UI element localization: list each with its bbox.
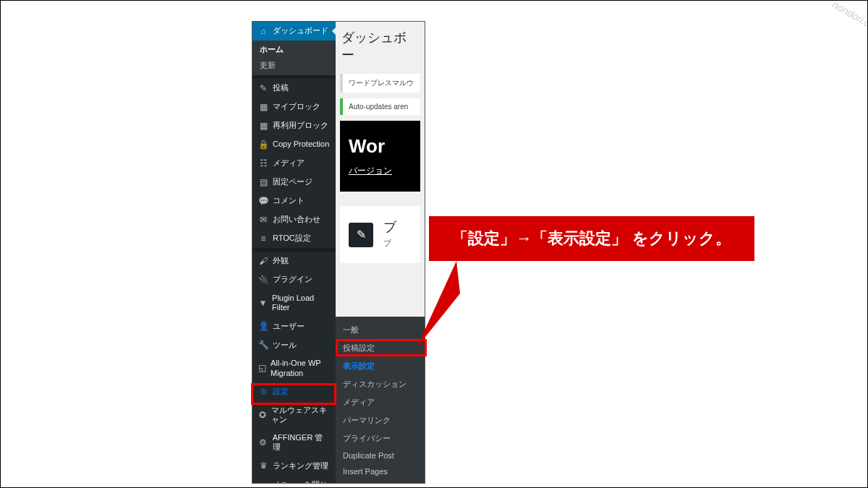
- sidebar-label: マイブロック: [273, 102, 320, 111]
- sidebar-item-copyprotection[interactable]: 🔒 Copy Protection: [252, 135, 336, 154]
- annotation-callout: 「設定」→「表示設定」 をクリック。: [429, 216, 754, 261]
- media-icon: ☷: [258, 158, 268, 168]
- sidebar-label: RTOC設定: [273, 234, 311, 243]
- sidebar-item-allinonewp[interactable]: ◱ All-in-One WP Migration: [252, 354, 336, 382]
- sidebar-sub-dashboard: ホーム 更新: [252, 40, 336, 75]
- sidebar-item-tools[interactable]: 🔧 ツール: [252, 335, 336, 354]
- sidebar-item-users[interactable]: 👤 ユーザー: [252, 317, 336, 335]
- sidebar-label: 再利用ブロック: [273, 121, 328, 130]
- sidebar-label: お問い合わせ: [273, 215, 320, 224]
- welcome-version-link[interactable]: バージョン: [349, 165, 412, 177]
- sidebar-label: マルウェアスキャン: [271, 406, 330, 424]
- submenu-reading[interactable]: 表示設定: [336, 357, 425, 375]
- submenu-discussion[interactable]: ディスカッション: [336, 375, 425, 393]
- brush-icon: 🖌: [258, 256, 268, 266]
- crown-icon: ♛: [258, 461, 268, 471]
- mail-icon: ✉: [258, 215, 268, 225]
- pin-icon: ✎: [258, 83, 268, 93]
- wordpress-admin: ⌂ ダッシュボード ホーム 更新 ✎ 投稿 ▦ マイブロック ▦ 再利用ブロック…: [252, 21, 425, 484]
- migrate-icon: ◱: [258, 364, 266, 374]
- sidebar-label: ダッシュボード: [273, 26, 328, 35]
- watermark: nondori.com: [830, 0, 868, 36]
- sidebar-label: コメント: [273, 196, 305, 205]
- sidebar-item-dashboard[interactable]: ⌂ ダッシュボード: [252, 22, 336, 40]
- sidebar-label: 外観: [273, 256, 289, 265]
- submenu-writing[interactable]: 投稿設定: [336, 339, 425, 357]
- submenu-duplicate[interactable]: Duplicate Post: [336, 448, 425, 463]
- sidebar-label: 固定ページ: [273, 177, 312, 187]
- notice-malware: ワードプレスマルウ: [340, 74, 420, 93]
- callout-text: 「設定」→「表示設定」 をクリック。: [452, 228, 731, 249]
- submenu-insertpages[interactable]: Insert Pages: [336, 463, 425, 479]
- sidebar-item-appearance[interactable]: 🖌 外観: [252, 252, 336, 270]
- sidebar-label: ランキング管理: [273, 461, 328, 471]
- sidebar-item-comments[interactable]: 💬 コメント: [252, 192, 336, 210]
- sidebar-item-contact[interactable]: ✉ お問い合わせ: [252, 210, 336, 229]
- gear-icon: ⚙: [258, 437, 268, 448]
- quick-panel: ✎ ブ ブ: [340, 206, 420, 263]
- sidebar-label: 設定: [273, 387, 289, 396]
- user-icon: 👤: [258, 321, 268, 331]
- welcome-title: Wor: [349, 135, 412, 158]
- sidebar-item-malware[interactable]: ✪ マルウェアスキャン: [252, 401, 336, 429]
- sidebar-label: Copy Protection: [273, 140, 329, 149]
- sidebar-label: AFFINGER 管理: [273, 433, 330, 452]
- submenu-sort[interactable]: 並び替え設定: [336, 479, 425, 484]
- sidebar-item-collapse[interactable]: ◀ メニューを閉じる: [252, 476, 336, 484]
- sidebar-item-rtoc[interactable]: ≡ RTOC設定: [252, 229, 336, 248]
- welcome-panel: Wor バージョン: [340, 121, 420, 192]
- sidebar-label: Plugin Load Filter: [272, 294, 330, 312]
- sidebar-item-ranking[interactable]: ♛ ランキング管理: [252, 457, 336, 476]
- sidebar-item-posts[interactable]: ✎ 投稿: [252, 79, 336, 98]
- sidebar-item-myblock[interactable]: ▦ マイブロック: [252, 98, 336, 116]
- sidebar-label: ツール: [273, 341, 297, 350]
- panel-subtitle: ブ: [383, 238, 396, 249]
- sidebar-label: 投稿: [273, 83, 289, 93]
- comment-icon: 💬: [258, 196, 268, 206]
- sidebar-item-settings[interactable]: ⚙ 設定: [252, 382, 336, 401]
- block-icon: ▦: [258, 102, 268, 112]
- shield-icon: ✪: [258, 410, 267, 420]
- submenu-media[interactable]: メディア: [336, 393, 425, 411]
- plug-icon: 🔌: [258, 275, 268, 285]
- settings-submenu: 一般 投稿設定 表示設定 ディスカッション メディア パーマリンク プライバシー…: [336, 317, 425, 484]
- submenu-general[interactable]: 一般: [336, 321, 425, 339]
- panel-title: ブ: [383, 221, 396, 234]
- sub-item-updates[interactable]: 更新: [252, 58, 336, 74]
- svg-marker-0: [417, 261, 460, 348]
- wrench-icon: 🔧: [258, 340, 268, 350]
- sidebar-item-media[interactable]: ☷ メディア: [252, 154, 336, 173]
- edit-icon[interactable]: ✎: [349, 223, 373, 247]
- sidebar-item-reuseblock[interactable]: ▦ 再利用ブロック: [252, 116, 336, 135]
- submenu-permalink[interactable]: パーマリンク: [336, 411, 425, 429]
- sidebar-label: All-in-One WP Migration: [271, 359, 330, 377]
- admin-sidebar: ⌂ ダッシュボード ホーム 更新 ✎ 投稿 ▦ マイブロック ▦ 再利用ブロック…: [252, 22, 336, 483]
- page-title: ダッシュボー: [336, 22, 425, 71]
- sidebar-item-affinger[interactable]: ⚙ AFFINGER 管理: [252, 429, 336, 456]
- sidebar-item-plugins[interactable]: 🔌 プラグイン: [252, 270, 336, 289]
- dashboard-icon: ⌂: [258, 26, 268, 36]
- sidebar-label: ユーザー: [273, 322, 305, 331]
- sub-item-home[interactable]: ホーム: [252, 42, 336, 58]
- filter-icon: ▼: [258, 298, 268, 308]
- notice-autoupdates: Auto-updates aren: [340, 98, 420, 115]
- sliders-icon: ⚙: [258, 387, 268, 397]
- lock-icon: 🔒: [258, 140, 268, 150]
- panel-text-wrap: ブ ブ: [383, 221, 396, 249]
- sidebar-label: メニューを閉じる: [272, 480, 330, 484]
- submenu-privacy[interactable]: プライバシー: [336, 429, 425, 448]
- sidebar-item-pages[interactable]: ▤ 固定ページ: [252, 173, 336, 192]
- toc-icon: ≡: [258, 234, 268, 244]
- block-icon: ▦: [258, 121, 268, 131]
- page-icon: ▤: [258, 177, 268, 187]
- sidebar-label: プラグイン: [273, 275, 312, 284]
- sidebar-label: メディア: [273, 158, 305, 168]
- sidebar-item-pluginloadfilter[interactable]: ▼ Plugin Load Filter: [252, 289, 336, 317]
